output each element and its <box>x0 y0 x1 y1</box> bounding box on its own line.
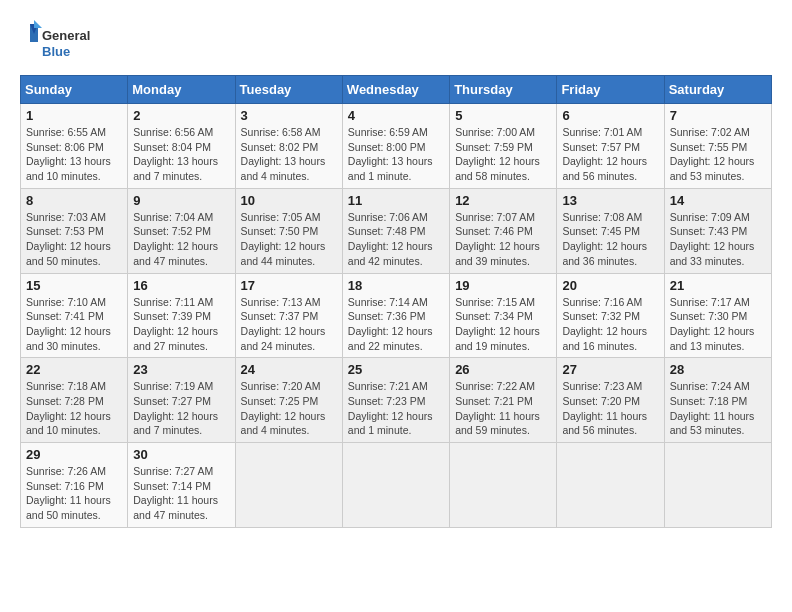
logo: General Blue <box>20 20 100 65</box>
calendar-cell: 8Sunrise: 7:03 AM Sunset: 7:53 PM Daylig… <box>21 188 128 273</box>
day-number: 2 <box>133 108 229 123</box>
day-info: Sunrise: 7:06 AM Sunset: 7:48 PM Dayligh… <box>348 210 444 269</box>
day-info: Sunrise: 7:18 AM Sunset: 7:28 PM Dayligh… <box>26 379 122 438</box>
day-info: Sunrise: 7:09 AM Sunset: 7:43 PM Dayligh… <box>670 210 766 269</box>
page-header: General Blue <box>20 20 772 65</box>
day-number: 4 <box>348 108 444 123</box>
day-info: Sunrise: 6:55 AM Sunset: 8:06 PM Dayligh… <box>26 125 122 184</box>
day-number: 30 <box>133 447 229 462</box>
day-number: 3 <box>241 108 337 123</box>
calendar-table: SundayMondayTuesdayWednesdayThursdayFrid… <box>20 75 772 528</box>
day-number: 28 <box>670 362 766 377</box>
day-number: 23 <box>133 362 229 377</box>
day-info: Sunrise: 7:10 AM Sunset: 7:41 PM Dayligh… <box>26 295 122 354</box>
day-number: 14 <box>670 193 766 208</box>
day-info: Sunrise: 6:56 AM Sunset: 8:04 PM Dayligh… <box>133 125 229 184</box>
day-number: 8 <box>26 193 122 208</box>
day-info: Sunrise: 7:02 AM Sunset: 7:55 PM Dayligh… <box>670 125 766 184</box>
day-info: Sunrise: 7:26 AM Sunset: 7:16 PM Dayligh… <box>26 464 122 523</box>
day-info: Sunrise: 7:04 AM Sunset: 7:52 PM Dayligh… <box>133 210 229 269</box>
calendar-cell: 7Sunrise: 7:02 AM Sunset: 7:55 PM Daylig… <box>664 104 771 189</box>
calendar-cell: 29Sunrise: 7:26 AM Sunset: 7:16 PM Dayli… <box>21 443 128 528</box>
day-number: 6 <box>562 108 658 123</box>
calendar-cell: 4Sunrise: 6:59 AM Sunset: 8:00 PM Daylig… <box>342 104 449 189</box>
calendar-cell: 14Sunrise: 7:09 AM Sunset: 7:43 PM Dayli… <box>664 188 771 273</box>
day-number: 15 <box>26 278 122 293</box>
day-number: 1 <box>26 108 122 123</box>
calendar-cell: 19Sunrise: 7:15 AM Sunset: 7:34 PM Dayli… <box>450 273 557 358</box>
calendar-cell: 16Sunrise: 7:11 AM Sunset: 7:39 PM Dayli… <box>128 273 235 358</box>
weekday-header-friday: Friday <box>557 76 664 104</box>
calendar-cell: 6Sunrise: 7:01 AM Sunset: 7:57 PM Daylig… <box>557 104 664 189</box>
calendar-cell <box>557 443 664 528</box>
calendar-cell <box>664 443 771 528</box>
day-info: Sunrise: 7:20 AM Sunset: 7:25 PM Dayligh… <box>241 379 337 438</box>
day-number: 7 <box>670 108 766 123</box>
day-number: 13 <box>562 193 658 208</box>
calendar-cell: 9Sunrise: 7:04 AM Sunset: 7:52 PM Daylig… <box>128 188 235 273</box>
logo-svg: General Blue <box>20 20 100 65</box>
calendar-cell: 15Sunrise: 7:10 AM Sunset: 7:41 PM Dayli… <box>21 273 128 358</box>
day-info: Sunrise: 7:16 AM Sunset: 7:32 PM Dayligh… <box>562 295 658 354</box>
weekday-row: SundayMondayTuesdayWednesdayThursdayFrid… <box>21 76 772 104</box>
calendar-week-3: 15Sunrise: 7:10 AM Sunset: 7:41 PM Dayli… <box>21 273 772 358</box>
svg-text:Blue: Blue <box>42 44 70 59</box>
day-number: 20 <box>562 278 658 293</box>
calendar-cell: 22Sunrise: 7:18 AM Sunset: 7:28 PM Dayli… <box>21 358 128 443</box>
day-number: 5 <box>455 108 551 123</box>
day-info: Sunrise: 7:03 AM Sunset: 7:53 PM Dayligh… <box>26 210 122 269</box>
calendar-cell: 24Sunrise: 7:20 AM Sunset: 7:25 PM Dayli… <box>235 358 342 443</box>
calendar-week-5: 29Sunrise: 7:26 AM Sunset: 7:16 PM Dayli… <box>21 443 772 528</box>
day-info: Sunrise: 7:17 AM Sunset: 7:30 PM Dayligh… <box>670 295 766 354</box>
calendar-cell <box>342 443 449 528</box>
day-info: Sunrise: 7:15 AM Sunset: 7:34 PM Dayligh… <box>455 295 551 354</box>
day-info: Sunrise: 7:21 AM Sunset: 7:23 PM Dayligh… <box>348 379 444 438</box>
day-info: Sunrise: 7:24 AM Sunset: 7:18 PM Dayligh… <box>670 379 766 438</box>
day-info: Sunrise: 6:59 AM Sunset: 8:00 PM Dayligh… <box>348 125 444 184</box>
calendar-cell: 21Sunrise: 7:17 AM Sunset: 7:30 PM Dayli… <box>664 273 771 358</box>
day-info: Sunrise: 7:27 AM Sunset: 7:14 PM Dayligh… <box>133 464 229 523</box>
calendar-cell: 13Sunrise: 7:08 AM Sunset: 7:45 PM Dayli… <box>557 188 664 273</box>
day-info: Sunrise: 7:13 AM Sunset: 7:37 PM Dayligh… <box>241 295 337 354</box>
calendar-cell: 5Sunrise: 7:00 AM Sunset: 7:59 PM Daylig… <box>450 104 557 189</box>
calendar-body: 1Sunrise: 6:55 AM Sunset: 8:06 PM Daylig… <box>21 104 772 528</box>
calendar-cell: 3Sunrise: 6:58 AM Sunset: 8:02 PM Daylig… <box>235 104 342 189</box>
day-info: Sunrise: 6:58 AM Sunset: 8:02 PM Dayligh… <box>241 125 337 184</box>
weekday-header-wednesday: Wednesday <box>342 76 449 104</box>
day-info: Sunrise: 7:23 AM Sunset: 7:20 PM Dayligh… <box>562 379 658 438</box>
day-number: 11 <box>348 193 444 208</box>
calendar-header: SundayMondayTuesdayWednesdayThursdayFrid… <box>21 76 772 104</box>
day-info: Sunrise: 7:07 AM Sunset: 7:46 PM Dayligh… <box>455 210 551 269</box>
day-number: 24 <box>241 362 337 377</box>
day-number: 27 <box>562 362 658 377</box>
day-info: Sunrise: 7:01 AM Sunset: 7:57 PM Dayligh… <box>562 125 658 184</box>
weekday-header-sunday: Sunday <box>21 76 128 104</box>
day-number: 21 <box>670 278 766 293</box>
day-info: Sunrise: 7:08 AM Sunset: 7:45 PM Dayligh… <box>562 210 658 269</box>
calendar-cell: 2Sunrise: 6:56 AM Sunset: 8:04 PM Daylig… <box>128 104 235 189</box>
calendar-cell: 30Sunrise: 7:27 AM Sunset: 7:14 PM Dayli… <box>128 443 235 528</box>
weekday-header-tuesday: Tuesday <box>235 76 342 104</box>
day-number: 26 <box>455 362 551 377</box>
calendar-week-1: 1Sunrise: 6:55 AM Sunset: 8:06 PM Daylig… <box>21 104 772 189</box>
day-info: Sunrise: 7:14 AM Sunset: 7:36 PM Dayligh… <box>348 295 444 354</box>
day-info: Sunrise: 7:19 AM Sunset: 7:27 PM Dayligh… <box>133 379 229 438</box>
calendar-cell: 26Sunrise: 7:22 AM Sunset: 7:21 PM Dayli… <box>450 358 557 443</box>
calendar-cell: 11Sunrise: 7:06 AM Sunset: 7:48 PM Dayli… <box>342 188 449 273</box>
day-number: 10 <box>241 193 337 208</box>
calendar-cell: 12Sunrise: 7:07 AM Sunset: 7:46 PM Dayli… <box>450 188 557 273</box>
calendar-week-4: 22Sunrise: 7:18 AM Sunset: 7:28 PM Dayli… <box>21 358 772 443</box>
day-number: 22 <box>26 362 122 377</box>
day-number: 9 <box>133 193 229 208</box>
day-number: 18 <box>348 278 444 293</box>
day-number: 29 <box>26 447 122 462</box>
calendar-cell: 20Sunrise: 7:16 AM Sunset: 7:32 PM Dayli… <box>557 273 664 358</box>
calendar-cell <box>235 443 342 528</box>
calendar-cell: 10Sunrise: 7:05 AM Sunset: 7:50 PM Dayli… <box>235 188 342 273</box>
calendar-cell <box>450 443 557 528</box>
weekday-header-monday: Monday <box>128 76 235 104</box>
day-info: Sunrise: 7:11 AM Sunset: 7:39 PM Dayligh… <box>133 295 229 354</box>
calendar-week-2: 8Sunrise: 7:03 AM Sunset: 7:53 PM Daylig… <box>21 188 772 273</box>
calendar-cell: 1Sunrise: 6:55 AM Sunset: 8:06 PM Daylig… <box>21 104 128 189</box>
day-number: 16 <box>133 278 229 293</box>
